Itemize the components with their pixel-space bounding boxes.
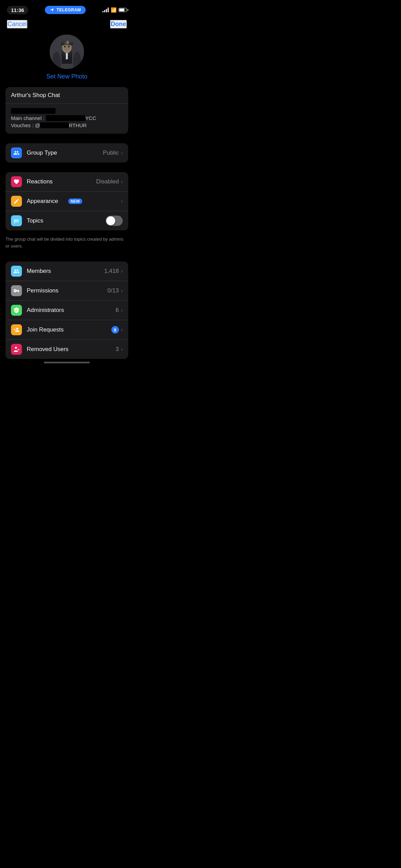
chevron-icon: › xyxy=(121,327,123,333)
nav-bar: Cancel Done xyxy=(0,17,134,31)
chevron-icon: › xyxy=(121,150,123,156)
group-info-card: Arthur's Shop Chat Get██████████ Main ch… xyxy=(5,87,128,134)
status-icons: 📶 xyxy=(102,7,127,13)
removed-users-row[interactable]: Removed Users 3 › xyxy=(5,339,128,359)
svg-point-14 xyxy=(14,221,15,222)
svg-point-12 xyxy=(66,41,69,44)
svg-point-10 xyxy=(68,46,70,48)
svg-point-13 xyxy=(14,219,15,220)
description-line-3: Vouches : @__________RTHUR xyxy=(11,122,123,128)
profile-section: Set New Photo xyxy=(0,31,134,87)
administrators-icon xyxy=(11,305,22,316)
topics-icon xyxy=(11,215,22,226)
chevron-icon: › xyxy=(121,179,123,185)
done-button[interactable]: Done xyxy=(110,20,127,28)
group-type-row[interactable]: Group Type Public › xyxy=(5,143,128,162)
status-bar: 11:36 TELEGRAM 📶 xyxy=(0,0,134,17)
removed-users-label: Removed Users xyxy=(27,346,116,353)
administrators-label: Administrators xyxy=(27,307,116,314)
permissions-value: 0/13 xyxy=(108,287,119,294)
management-card: Members 1,418 › Permissions 0/13 › Admin… xyxy=(5,262,128,359)
set-photo-button[interactable]: Set New Photo xyxy=(46,73,87,80)
appearance-icon xyxy=(11,196,22,207)
home-indicator xyxy=(44,362,90,363)
reactions-value: Disabled xyxy=(96,178,119,185)
permissions-label: Permissions xyxy=(27,287,108,294)
avatar[interactable] xyxy=(50,35,84,69)
appearance-label: Appearance xyxy=(27,198,65,205)
administrators-value: 6 xyxy=(116,307,119,314)
group-type-label: Group Type xyxy=(27,149,103,156)
svg-rect-4 xyxy=(66,52,68,59)
features-card: Reactions Disabled › Appearance NEW › To… xyxy=(5,172,128,230)
status-time: 11:36 xyxy=(7,6,28,14)
topics-row[interactable]: Topics xyxy=(5,211,128,230)
reactions-label: Reactions xyxy=(27,178,96,185)
members-value: 1,418 xyxy=(104,268,119,275)
chevron-icon: › xyxy=(121,198,123,204)
removed-users-value: 3 xyxy=(116,346,119,353)
join-requests-icon xyxy=(11,324,22,335)
members-label: Members xyxy=(27,268,104,275)
battery-icon xyxy=(119,8,127,12)
chevron-icon: › xyxy=(121,307,123,313)
description-line-1: Get██████████ xyxy=(11,108,123,114)
join-requests-row[interactable]: Join Requests 8 › xyxy=(5,320,128,339)
wifi-icon: 📶 xyxy=(111,7,117,13)
group-type-card: Group Type Public › xyxy=(5,143,128,162)
members-icon xyxy=(11,266,22,277)
group-name-field[interactable]: Arthur's Shop Chat xyxy=(5,87,128,104)
topics-hint: The group chat will be divided into topi… xyxy=(0,233,134,255)
svg-point-15 xyxy=(14,222,15,224)
chevron-icon: › xyxy=(121,288,123,294)
removed-users-icon xyxy=(11,344,22,355)
new-badge: NEW xyxy=(68,198,82,204)
join-requests-label: Join Requests xyxy=(27,326,69,333)
reactions-icon xyxy=(11,176,22,187)
chevron-icon: › xyxy=(121,346,123,352)
group-type-icon xyxy=(11,147,22,158)
topics-label: Topics xyxy=(27,217,106,224)
group-type-value: Public xyxy=(103,149,119,156)
signal-icon xyxy=(102,8,109,12)
cancel-button[interactable]: Cancel xyxy=(7,20,27,28)
permissions-row[interactable]: Permissions 0/13 › xyxy=(5,281,128,300)
join-requests-badge: 8 xyxy=(111,326,119,334)
appearance-row[interactable]: Appearance NEW › xyxy=(5,191,128,211)
administrators-row[interactable]: Administrators 6 › xyxy=(5,300,128,320)
members-row[interactable]: Members 1,418 › xyxy=(5,262,128,281)
app-indicator: TELEGRAM xyxy=(45,6,86,14)
svg-point-9 xyxy=(64,46,65,48)
description-field[interactable]: Get██████████ Main channel : C_A_R______… xyxy=(5,104,128,134)
description-line-2: Main channel : C_A_R________YCC xyxy=(11,115,123,121)
topics-toggle[interactable] xyxy=(106,216,123,226)
reactions-row[interactable]: Reactions Disabled › xyxy=(5,172,128,191)
chevron-icon: › xyxy=(121,268,123,274)
permissions-icon xyxy=(11,285,22,296)
